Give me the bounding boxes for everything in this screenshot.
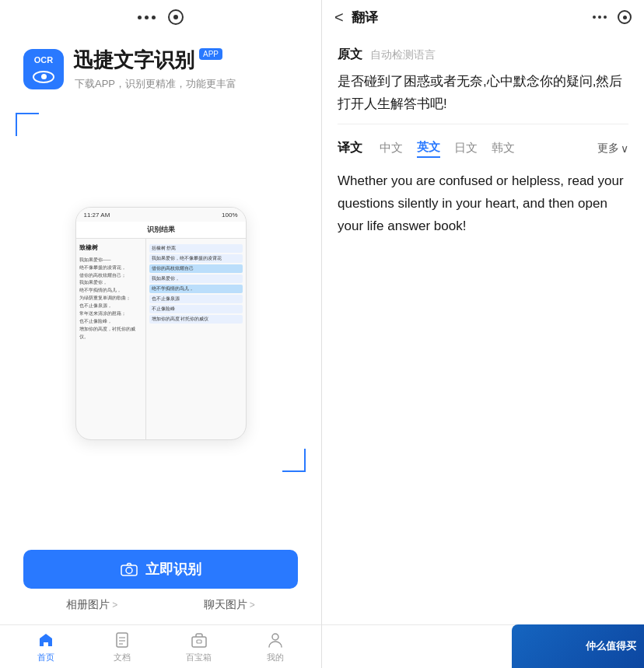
ocr-logo: OCR — [23, 49, 64, 89]
toolbox-icon — [190, 631, 208, 649]
phone-nav-bar: 识别结果 — [76, 222, 246, 239]
target-label: 译文 — [338, 140, 362, 158]
app-title: 迅捷文字识别 — [73, 47, 194, 74]
svg-rect-2 — [117, 633, 128, 647]
chevron-down-icon: ∨ — [621, 142, 628, 155]
phone-result-item-2: 我如果爱你，绝不像攀援的凌霄花 — [149, 254, 243, 263]
source-label-row: 原文 自动检测语言 — [338, 47, 628, 63]
target-block: 译文 中文 英文 日文 韩文 更多 ∨ Whether you are conf… — [338, 124, 628, 246]
phone-status-bar: 11:27 AM 100% — [76, 208, 246, 222]
phone-result-item-3: 借你的高枝炫耀自己 — [149, 264, 243, 273]
ocr-eye-icon — [33, 71, 54, 83]
lang-tab-en[interactable]: 英文 — [417, 140, 440, 158]
corner-bracket-br — [282, 449, 306, 472]
status-dots — [138, 16, 156, 19]
ocr-text: OCR — [34, 55, 53, 65]
person-icon — [266, 631, 285, 649]
translate-section: 原文 自动检测语言 是否碰到了困惑或者无奈,心中默念你的疑问,然后打开人生解答书… — [322, 34, 644, 624]
nav-label-document: 文档 — [114, 652, 131, 663]
phone-right-col: 括橡树 舒蒿 我如果爱你，绝不像攀援的凌霄花 借你的高枝炫耀自己 我如果爱你， … — [146, 239, 246, 439]
right-target-icon — [618, 10, 632, 24]
album-link[interactable]: 相册图片 > — [66, 598, 117, 612]
phone-result-item-5: 绝不学痴情的鸟儿， — [149, 285, 243, 293]
svg-rect-7 — [197, 640, 201, 643]
phone-result-item-8: 增加你的高度 衬托你的威仪 — [149, 315, 243, 324]
lang-tab-zh[interactable]: 中文 — [380, 141, 403, 157]
more-tab[interactable]: 更多 ∨ — [597, 142, 628, 156]
source-label: 原文 — [338, 47, 362, 63]
app-badge: APP — [199, 48, 222, 60]
document-icon — [113, 631, 131, 649]
nav-item-document[interactable]: 文档 — [84, 631, 160, 663]
phone-content: 致橡树 我如果爱你—— 绝不像攀援的凌霄花， 借你的高枝炫耀自己； 我如果爱你，… — [76, 239, 246, 439]
phone-result-item-6: 也不止像泉源 — [149, 295, 243, 303]
watermark-text: 仲么值得买 — [586, 639, 636, 653]
phone-doc-line-4: 我如果爱你， — [79, 279, 142, 287]
phone-result-item-1: 括橡树 舒蒿 — [149, 244, 243, 253]
phone-doc-line-1: 我如果爱你—— — [79, 257, 142, 264]
phone-battery: 100% — [222, 212, 237, 219]
chat-label: 聊天图片 — [204, 598, 247, 612]
source-text: 是否碰到了困惑或者无奈,心中默念你的疑问,然后打开人生解答书吧! — [338, 71, 628, 116]
nav-label-toolbox: 百宝箱 — [186, 652, 212, 663]
phone-doc-line-6: 为绿荫重复单调的歌曲； — [79, 295, 142, 303]
phone-doc-line-5: 绝不学痴情的鸟儿， — [79, 287, 142, 295]
quick-links: 相册图片 > 聊天图片 > — [23, 598, 298, 612]
translated-text: Whether you are confused or helpless, re… — [338, 170, 628, 238]
phone-time: 11:27 AM — [84, 212, 110, 219]
phone-nav-title: 识别结果 — [147, 225, 175, 235]
phone-doc-title: 致橡树 — [79, 243, 142, 254]
left-status-bar — [0, 0, 321, 34]
more-label: 更多 — [597, 142, 619, 156]
phone-mockup-area: 11:27 AM 100% 识别结果 致橡树 我如果爱你—— 绝不像攀援的凌霄花… — [0, 97, 321, 550]
svg-point-1 — [126, 568, 132, 574]
phone-doc-line-8: 常年送来清凉的慰藉； — [79, 310, 142, 318]
action-area: 立即识别 相册图片 > 聊天图片 > — [0, 550, 321, 624]
nav-label-home: 首页 — [37, 652, 54, 663]
nav-label-profile: 我的 — [267, 652, 284, 663]
recognize-label: 立即识别 — [145, 560, 201, 579]
phone-result-item-7: 不止像险峰 — [149, 305, 243, 313]
phone-doc-line-3: 借你的高枝炫耀自己； — [79, 272, 142, 280]
recognize-button[interactable]: 立即识别 — [23, 550, 298, 589]
auto-detect-label: 自动检测语言 — [370, 48, 436, 62]
corner-bracket-tl — [16, 113, 39, 136]
phone-doc-line-9: 也不止像险峰， — [79, 318, 142, 326]
right-panel: < 翻译 原文 自动检测语言 是否碰到了困惑或者 — [322, 0, 644, 668]
lang-tabs: 译文 中文 英文 日文 韩文 更多 ∨ — [338, 140, 628, 158]
source-block: 原文 自动检测语言 是否碰到了困惑或者无奈,心中默念你的疑问,然后打开人生解答书… — [338, 34, 628, 124]
right-status-bar: < 翻译 — [322, 0, 644, 34]
chat-link[interactable]: 聊天图片 > — [204, 598, 255, 612]
right-title: 翻译 — [352, 9, 585, 26]
left-panel: OCR 迅捷文字识别 APP 下载APP，识别更精准，功能更丰富 11:27 A… — [0, 0, 322, 668]
album-chevron: > — [112, 600, 117, 610]
app-subtitle: 下载APP，识别更精准，功能更丰富 — [75, 77, 236, 91]
app-title-row: 迅捷文字识别 APP — [73, 47, 236, 74]
lang-tab-ko[interactable]: 韩文 — [492, 141, 515, 157]
right-wrapper: < 翻译 原文 自动检测语言 是否碰到了困惑或者 — [322, 0, 644, 668]
phone-doc-line-2: 绝不像攀援的凌霄花， — [79, 264, 142, 272]
app-header: OCR 迅捷文字识别 APP 下载APP，识别更精准，功能更丰富 — [0, 34, 321, 97]
album-label: 相册图片 — [66, 598, 110, 612]
target-icon — [168, 9, 184, 25]
svg-point-8 — [272, 634, 278, 640]
nav-item-profile[interactable]: 我的 — [237, 631, 313, 663]
watermark-overlay: 仲么值得买 — [512, 624, 644, 668]
svg-rect-6 — [192, 637, 206, 647]
lang-tab-ja[interactable]: 日文 — [454, 141, 478, 157]
app-title-block: 迅捷文字识别 APP 下载APP，识别更精准，功能更丰富 — [73, 47, 236, 91]
bottom-nav: 首页 文档 百宝箱 — [0, 624, 321, 668]
phone-left-col: 致橡树 我如果爱你—— 绝不像攀援的凌霄花， 借你的高枝炫耀自己； 我如果爱你，… — [76, 239, 146, 439]
chat-chevron: > — [250, 600, 255, 610]
nav-item-toolbox[interactable]: 百宝箱 — [161, 631, 237, 663]
phone-result-item-4: 我如果爱你， — [149, 275, 243, 283]
phone-doc-line-10: 增加你的高度，衬托你的威仪。 — [79, 326, 142, 341]
home-icon — [37, 631, 55, 649]
back-button[interactable]: < — [334, 9, 344, 26]
right-dots — [593, 16, 607, 19]
nav-item-home[interactable]: 首页 — [8, 631, 84, 663]
phone-doc-line-7: 也不止像泉源， — [79, 303, 142, 310]
camera-icon — [121, 562, 138, 576]
right-status-icons — [593, 10, 632, 24]
phone-frame: 11:27 AM 100% 识别结果 致橡树 我如果爱你—— 绝不像攀援的凌霄花… — [75, 207, 247, 440]
